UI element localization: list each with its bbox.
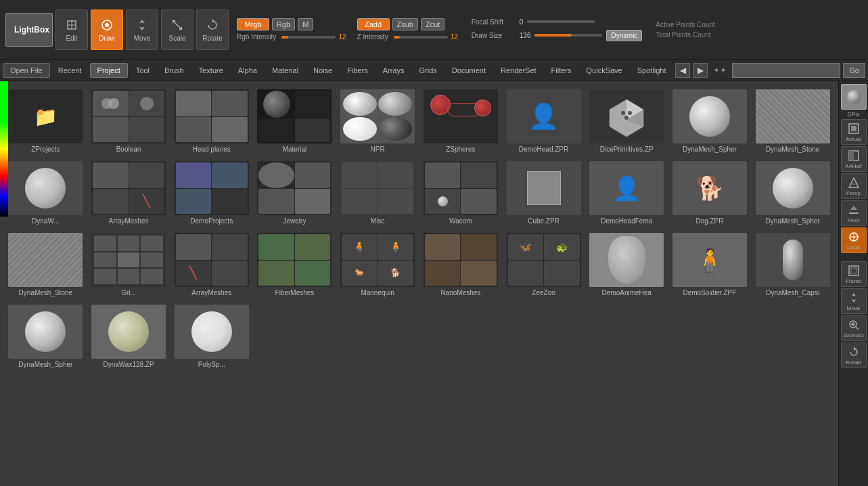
menu-open-file[interactable]: Open File xyxy=(3,63,50,78)
list-item[interactable]: 🐕 Dog.ZPR xyxy=(670,158,750,227)
list-item[interactable]: ╲ ArrayMeshes xyxy=(171,230,252,299)
menu-recent[interactable]: Recent xyxy=(51,64,89,77)
list-item[interactable]: 👤 DemoHeadFema xyxy=(587,158,667,227)
menu-tool[interactable]: Tool xyxy=(129,64,156,77)
spix-sphere xyxy=(847,90,861,104)
item-label: DynaMesh_Stone xyxy=(19,289,73,296)
lightbox-button[interactable]: LightBox xyxy=(5,13,53,47)
m-button[interactable]: M xyxy=(298,18,313,30)
list-item[interactable]: DynaMesh_Spher xyxy=(5,302,86,371)
item-label: DemoAnimeHea xyxy=(602,289,652,296)
list-item[interactable]: Gri... xyxy=(89,230,169,299)
nav-back-button[interactable]: ◀ xyxy=(675,63,690,78)
list-item[interactable]: DemoProjects xyxy=(171,158,252,227)
search-input[interactable] xyxy=(732,63,840,78)
item-label: Jewelry xyxy=(283,217,306,225)
item-label: ZeeZoo xyxy=(532,289,555,296)
list-item[interactable]: 🧍 DemoSoldier.ZPF xyxy=(670,230,750,299)
zadd-button[interactable]: Zadd xyxy=(357,18,390,30)
item-label: Dog.ZPR xyxy=(695,217,723,225)
persp-button[interactable]: Persp xyxy=(841,173,867,199)
color-row-top: Mrgb Rgb M xyxy=(237,18,346,30)
list-item[interactable]: NPR xyxy=(338,87,418,156)
rotate-button[interactable]: Rotate xyxy=(196,9,229,50)
floor-button[interactable]: Floor xyxy=(841,200,867,226)
list-item[interactable]: DicePrimitives.ZP xyxy=(587,87,667,156)
nav-forward-button[interactable]: ▶ xyxy=(693,63,708,78)
menu-renderset[interactable]: RenderSet xyxy=(494,64,543,77)
zsub-button[interactable]: Zsub xyxy=(392,18,418,30)
edit-button[interactable]: Edit xyxy=(55,9,88,50)
draw-size-label: Draw Size xyxy=(472,32,516,39)
list-item[interactable]: FiberMeshes xyxy=(254,230,335,299)
dynamic-button[interactable]: Dynamic xyxy=(606,30,642,41)
menu-fibers[interactable]: Fibers xyxy=(340,64,375,77)
spix-label: SPix xyxy=(847,111,860,118)
list-item[interactable]: 🧍 🧍 🐎 🐕 Mannequin xyxy=(338,230,418,299)
focal-section: Focal Shift 0 Draw Size 136 Dynamic xyxy=(472,18,643,41)
list-item[interactable]: Jewelry xyxy=(254,158,335,227)
list-item[interactable]: NanoMeshes xyxy=(420,230,501,299)
list-item[interactable]: DynaW... xyxy=(5,158,86,227)
list-item[interactable]: Boolean xyxy=(89,87,169,156)
list-item[interactable]: Misc xyxy=(338,158,418,227)
menu-document[interactable]: Document xyxy=(445,64,493,77)
rotate3d-button[interactable]: Rotate xyxy=(841,343,867,368)
list-item[interactable]: 👤 DemoHead.ZPR xyxy=(503,87,584,156)
list-item[interactable]: 📁 ZProjects xyxy=(5,87,86,156)
list-item[interactable]: DynaWax128.ZP xyxy=(89,302,169,371)
list-item[interactable]: DynaMesh_Spher xyxy=(670,87,750,156)
zoom3d-button[interactable]: Zoom3D xyxy=(841,315,867,341)
zcut-button[interactable]: Zcut xyxy=(421,18,444,30)
list-item[interactable]: ╲ ArrayMeshes xyxy=(89,158,169,227)
color-section: Mrgb Rgb M Rgb Intensity 12 xyxy=(237,18,346,41)
move-button[interactable]: Move xyxy=(126,9,158,50)
menu-material[interactable]: Material xyxy=(265,64,305,77)
menu-filters[interactable]: Filters xyxy=(545,64,578,77)
list-item[interactable]: Wacom xyxy=(420,158,501,227)
mrgb-button[interactable]: Mrgb xyxy=(237,18,269,30)
local-button[interactable]: Local xyxy=(841,227,867,253)
aahalf-button[interactable]: AAHalf xyxy=(841,146,867,172)
menu-grids[interactable]: Grids xyxy=(413,64,444,77)
go-button[interactable]: Go xyxy=(843,63,865,78)
rgb-button[interactable]: Rgb xyxy=(272,18,295,30)
menu-spotlight[interactable]: Spotlight xyxy=(631,64,673,77)
menu-project[interactable]: Project xyxy=(90,63,128,78)
item-label: ZProjects xyxy=(31,146,60,153)
rgb-intensity-track[interactable] xyxy=(281,36,336,39)
item-label: NanoMeshes xyxy=(440,289,480,296)
list-item[interactable]: Head planes xyxy=(171,87,252,156)
list-item[interactable]: Material xyxy=(254,87,335,156)
focal-shift-slider[interactable] xyxy=(527,20,595,23)
menu-noise[interactable]: Noise xyxy=(306,64,339,77)
menu-texture[interactable]: Texture xyxy=(192,64,230,77)
list-item[interactable]: DynaMesh_Spher xyxy=(752,158,833,227)
persp-icon xyxy=(847,176,861,190)
draw-button[interactable]: Draw xyxy=(91,9,123,50)
svg-rect-31 xyxy=(851,268,856,273)
list-item[interactable]: 🦋 🐢 ZeeZoo xyxy=(503,230,584,299)
item-label: PolySp... xyxy=(198,361,225,368)
list-item[interactable]: Cube.ZPR xyxy=(503,158,584,227)
list-item[interactable]: ZSpheres xyxy=(420,87,501,156)
menu-arrays[interactable]: Arrays xyxy=(376,64,411,77)
list-item[interactable]: DemoAnimeHea xyxy=(587,230,667,299)
actual-button[interactable]: Actual xyxy=(841,119,867,145)
list-item[interactable]: DynaMesh_Stone xyxy=(752,87,833,156)
list-item[interactable]: DynaMesh_Stone xyxy=(5,230,86,299)
draw-size-slider[interactable] xyxy=(534,34,602,37)
scale-button[interactable]: Scale xyxy=(161,9,193,50)
list-item[interactable]: PolySp... xyxy=(171,302,252,371)
frame-button[interactable]: Frame xyxy=(841,261,867,287)
menu-brush[interactable]: Brush xyxy=(158,64,191,77)
menu-alpha[interactable]: Alpha xyxy=(231,64,264,77)
z-intensity-label: Z Intensity xyxy=(357,33,388,41)
spix-display xyxy=(841,84,867,110)
z-intensity-track[interactable] xyxy=(394,36,448,39)
list-item[interactable]: DynaMesh_Capsi xyxy=(752,230,833,299)
menu-quicksave[interactable]: QuickSave xyxy=(580,64,629,77)
move3d-button[interactable]: Move xyxy=(841,288,867,314)
top-toolbar: LightBox Edit Draw Move Scale xyxy=(0,0,868,60)
file-browser[interactable]: 📁 ZProjects xyxy=(0,81,838,486)
